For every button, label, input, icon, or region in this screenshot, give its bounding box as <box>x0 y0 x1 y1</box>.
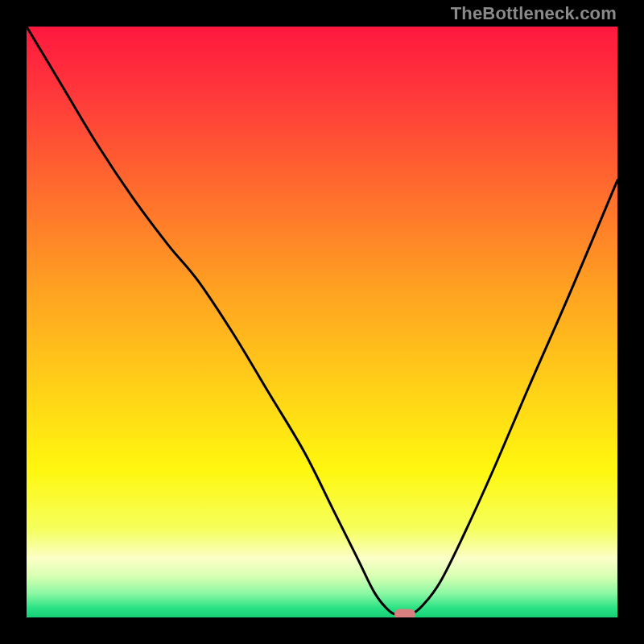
bottleneck-curve <box>27 27 617 617</box>
optimal-point-marker <box>394 609 415 617</box>
plot-area <box>27 27 617 617</box>
chart-frame: TheBottleneck.com <box>0 0 644 644</box>
watermark-text: TheBottleneck.com <box>451 3 617 24</box>
